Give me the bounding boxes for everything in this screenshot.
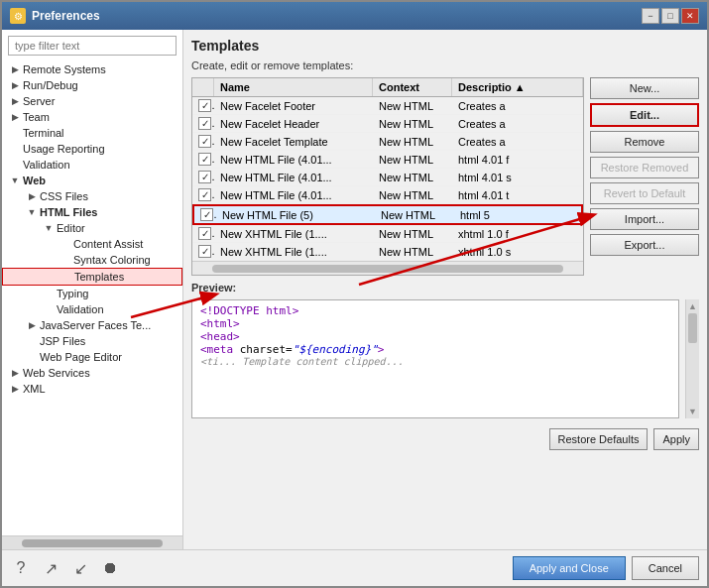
- checkbox-icon[interactable]: [198, 135, 211, 148]
- header-context: Context: [373, 78, 452, 96]
- preview-line-1: <!DOCTYPE html>: [200, 304, 670, 317]
- checkbox-icon[interactable]: [198, 99, 211, 112]
- sidebar-item-server[interactable]: ▶Server: [2, 93, 182, 109]
- preview-content: <!DOCTYPE html> <html> <head> <meta char…: [192, 300, 678, 417]
- checkbox-icon[interactable]: [198, 245, 211, 258]
- sidebar-item-team[interactable]: ▶Team: [2, 109, 182, 125]
- export-button[interactable]: Export...: [590, 234, 699, 256]
- sidebar-item-label: Usage Reporting: [23, 143, 105, 155]
- search-input[interactable]: [8, 36, 177, 56]
- sidebar-item-label: Server: [23, 95, 55, 107]
- row-checkbox[interactable]: [192, 243, 214, 260]
- preview-scrollbar[interactable]: ▲ ▼: [685, 299, 699, 418]
- table-row[interactable]: New HTML File (4.01... New HTML html 4.0…: [192, 151, 583, 169]
- remove-button[interactable]: Remove: [590, 131, 699, 153]
- row-description: html 4.01 t: [452, 187, 583, 203]
- sidebar-item-label: Run/Debug: [23, 79, 78, 91]
- row-description: html 5: [454, 207, 581, 223]
- row-checkbox[interactable]: [192, 186, 214, 203]
- row-name: New XHTML File (1....: [214, 244, 373, 260]
- table-row[interactable]: New Facelet Footer New HTML Creates a: [192, 97, 583, 115]
- row-name: New HTML File (4.01...: [214, 170, 373, 185]
- checkbox-icon[interactable]: [198, 188, 211, 201]
- checkbox-icon[interactable]: [200, 208, 213, 221]
- row-checkbox[interactable]: [192, 225, 214, 242]
- sidebar-item-htmlfiles[interactable]: ▼HTML Files: [2, 204, 182, 220]
- table-row[interactable]: New XHTML File (1.... New HTML xhtml 1.0…: [192, 225, 583, 243]
- sidebar-item-javaserverfaceste...[interactable]: ▶JavaServer Faces Te...: [2, 317, 182, 333]
- restore-removed-button[interactable]: Restore Removed: [590, 157, 699, 178]
- row-description: Creates a: [452, 98, 583, 114]
- new-button[interactable]: New...: [590, 77, 699, 99]
- import-button[interactable]: Import...: [590, 208, 699, 230]
- row-checkbox[interactable]: [194, 206, 216, 223]
- close-button[interactable]: ✕: [681, 8, 699, 24]
- sidebar-item-label: Editor: [57, 222, 85, 234]
- sidebar-item-webservices[interactable]: ▶Web Services: [2, 365, 182, 381]
- preferences-dialog: ⚙ Preferences − □ ✕ ▶Remote Systems▶Run/…: [0, 0, 709, 588]
- sidebar-item-label: Web Page Editor: [40, 351, 122, 363]
- table-scrollbar[interactable]: [192, 261, 583, 275]
- checkbox-icon[interactable]: [198, 227, 211, 240]
- sidebar-item-label: HTML Files: [40, 206, 97, 218]
- sidebar-item-typing[interactable]: Typing: [2, 286, 182, 301]
- apply-button[interactable]: Apply: [653, 428, 699, 450]
- preview-scroll-thumb: [688, 313, 697, 343]
- table-row[interactable]: New HTML File (4.01... New HTML html 4.0…: [192, 169, 583, 186]
- sidebar-item-validation[interactable]: Validation: [2, 301, 182, 317]
- sidebar-item-remotesystems[interactable]: ▶Remote Systems: [2, 61, 182, 77]
- row-checkbox[interactable]: [192, 169, 214, 185]
- row-checkbox[interactable]: [192, 133, 214, 150]
- preview-label: Preview:: [191, 282, 699, 294]
- sidebar-item-label: Web Services: [23, 367, 90, 379]
- preview-line-3: <head>: [200, 330, 670, 343]
- sidebar-item-webpageeditor[interactable]: Web Page Editor: [2, 349, 182, 365]
- table-row[interactable]: New Facelet Header New HTML Creates a: [192, 115, 583, 133]
- cancel-button[interactable]: Cancel: [632, 556, 699, 580]
- record-icon[interactable]: ⏺: [99, 557, 121, 579]
- table-body: New Facelet Footer New HTML Creates a Ne…: [192, 97, 583, 261]
- header-name: Name: [214, 78, 373, 96]
- sidebar-item-validation[interactable]: Validation: [2, 157, 182, 173]
- row-context: New HTML: [373, 226, 452, 242]
- table-row[interactable]: New XHTML File (1.... New HTML xhtml 1.0…: [192, 243, 583, 261]
- checkbox-icon[interactable]: [198, 171, 211, 183]
- export-icon[interactable]: ↗: [40, 557, 61, 579]
- row-checkbox[interactable]: [192, 151, 214, 168]
- sidebar-item-terminal[interactable]: Terminal: [2, 125, 182, 141]
- checkbox-icon[interactable]: [198, 117, 211, 130]
- row-name: New HTML File (5): [216, 207, 375, 223]
- sidebar-item-contentassist[interactable]: Content Assist: [2, 236, 182, 252]
- row-context: New HTML: [373, 116, 452, 132]
- sidebar-item-usagereporting[interactable]: Usage Reporting: [2, 141, 182, 157]
- row-checkbox[interactable]: [192, 115, 214, 132]
- revert-to-default-button[interactable]: Revert to Default: [590, 182, 699, 204]
- import-icon[interactable]: ↙: [69, 557, 91, 579]
- preview-area: <!DOCTYPE html> <html> <head> <meta char…: [191, 299, 679, 418]
- main-panel: Templates Create, edit or remove templat…: [183, 30, 707, 549]
- sidebar-item-label: Web: [23, 175, 46, 186]
- checkbox-icon[interactable]: [198, 153, 211, 166]
- sidebar-item-editor[interactable]: ▼Editor: [2, 220, 182, 236]
- sidebar-item-templates[interactable]: Templates: [2, 268, 182, 286]
- row-description: xhtml 1.0 s: [452, 244, 583, 260]
- sidebar-item-web[interactable]: ▼Web: [2, 173, 182, 188]
- sidebar-item-xml[interactable]: ▶XML: [2, 381, 182, 397]
- panel-subtitle: Create, edit or remove templates:: [191, 59, 699, 71]
- restore-defaults-button[interactable]: Restore Defaults: [549, 428, 649, 450]
- sidebar-item-syntaxcoloring[interactable]: Syntax Coloring: [2, 252, 182, 268]
- sidebar-item-cssfiles[interactable]: ▶CSS Files: [2, 188, 182, 204]
- sidebar-item-jspfiles[interactable]: JSP Files: [2, 333, 182, 349]
- table-row[interactable]: New HTML File (5) New HTML html 5: [192, 204, 583, 225]
- sidebar-scrollbar[interactable]: [2, 535, 182, 549]
- row-checkbox[interactable]: [192, 97, 214, 114]
- apply-and-close-button[interactable]: Apply and Close: [513, 556, 626, 580]
- table-row[interactable]: New Facelet Template New HTML Creates a: [192, 133, 583, 151]
- help-icon[interactable]: ?: [10, 557, 32, 579]
- preview-line-2: <html>: [200, 317, 670, 330]
- table-row[interactable]: New HTML File (4.01... New HTML html 4.0…: [192, 186, 583, 204]
- maximize-button[interactable]: □: [661, 8, 679, 24]
- edit-button[interactable]: Edit...: [590, 103, 699, 127]
- sidebar-item-run/debug[interactable]: ▶Run/Debug: [2, 77, 182, 93]
- minimize-button[interactable]: −: [642, 8, 659, 24]
